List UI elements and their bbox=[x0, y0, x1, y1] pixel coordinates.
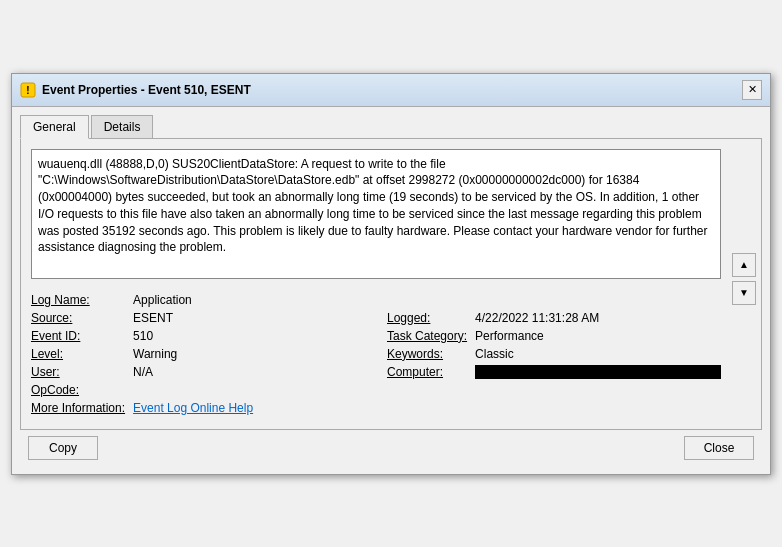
window-title: Event Properties - Event 510, ESENT bbox=[42, 83, 251, 97]
event-icon: ! bbox=[20, 82, 36, 98]
scroll-up-button[interactable]: ▲ bbox=[732, 253, 756, 277]
user-value: N/A bbox=[133, 365, 379, 379]
close-icon[interactable]: ✕ bbox=[742, 80, 762, 100]
right-nav: ▲ ▼ bbox=[726, 138, 762, 430]
close-button[interactable]: Close bbox=[684, 436, 754, 460]
tab-area: wuauenq.dll (48888,D,0) SUS20ClientDataS… bbox=[20, 138, 762, 430]
more-info-label: More Information: bbox=[31, 401, 125, 415]
computer-label: Computer: bbox=[387, 365, 467, 379]
keywords-label: Keywords: bbox=[387, 347, 467, 361]
scroll-down-button[interactable]: ▼ bbox=[732, 281, 756, 305]
user-label: User: bbox=[31, 365, 125, 379]
event-id-label: Event ID: bbox=[31, 329, 125, 343]
details-grid: Log Name: Application Source: ESENT Logg… bbox=[31, 289, 721, 419]
opcode-label: OpCode: bbox=[31, 383, 125, 397]
keywords-value: Classic bbox=[475, 347, 721, 361]
tab-content-general: wuauenq.dll (48888,D,0) SUS20ClientDataS… bbox=[20, 138, 762, 430]
log-name-value: Application bbox=[133, 293, 379, 307]
level-value: Warning bbox=[133, 347, 379, 361]
svg-text:!: ! bbox=[26, 85, 29, 96]
title-bar: ! Event Properties - Event 510, ESENT ✕ bbox=[12, 74, 770, 107]
source-value: ESENT bbox=[133, 311, 379, 325]
event-id-value: 510 bbox=[133, 329, 379, 343]
footer-buttons: Copy Close bbox=[20, 430, 762, 466]
log-name-label: Log Name: bbox=[31, 293, 125, 307]
logged-label: Logged: bbox=[387, 311, 467, 325]
more-info-link[interactable]: Event Log Online Help bbox=[133, 401, 379, 415]
source-label: Source: bbox=[31, 311, 125, 325]
logged-value: 4/22/2022 11:31:28 AM bbox=[475, 311, 721, 325]
event-text: wuauenq.dll (48888,D,0) SUS20ClientDataS… bbox=[38, 157, 707, 255]
dialog-body: General Details wuauenq.dll (48888,D,0) … bbox=[12, 107, 770, 474]
tab-general[interactable]: General bbox=[20, 115, 89, 139]
task-category-value: Performance bbox=[475, 329, 721, 343]
copy-button[interactable]: Copy bbox=[28, 436, 98, 460]
event-properties-dialog: ! Event Properties - Event 510, ESENT ✕ … bbox=[11, 73, 771, 475]
computer-value bbox=[475, 365, 721, 379]
level-label: Level: bbox=[31, 347, 125, 361]
event-text-box[interactable]: wuauenq.dll (48888,D,0) SUS20ClientDataS… bbox=[31, 149, 721, 279]
tab-bar: General Details bbox=[20, 115, 762, 139]
tab-details[interactable]: Details bbox=[91, 115, 154, 139]
task-category-label: Task Category: bbox=[387, 329, 467, 343]
title-bar-left: ! Event Properties - Event 510, ESENT bbox=[20, 82, 251, 98]
opcode-value bbox=[133, 383, 379, 397]
